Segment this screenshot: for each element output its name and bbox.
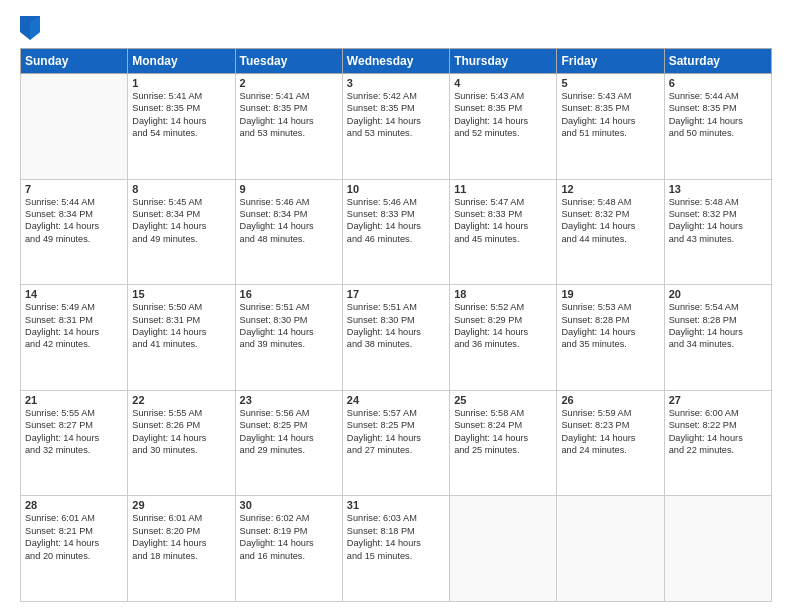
- day-info: Sunrise: 6:03 AM Sunset: 8:18 PM Dayligh…: [347, 512, 445, 562]
- day-info: Sunrise: 5:52 AM Sunset: 8:29 PM Dayligh…: [454, 301, 552, 351]
- day-number: 21: [25, 394, 123, 406]
- day-cell: 21Sunrise: 5:55 AM Sunset: 8:27 PM Dayli…: [21, 390, 128, 496]
- day-cell: 17Sunrise: 5:51 AM Sunset: 8:30 PM Dayli…: [342, 285, 449, 391]
- day-info: Sunrise: 5:46 AM Sunset: 8:33 PM Dayligh…: [347, 196, 445, 246]
- day-cell: 27Sunrise: 6:00 AM Sunset: 8:22 PM Dayli…: [664, 390, 771, 496]
- day-header-friday: Friday: [557, 49, 664, 74]
- day-number: 24: [347, 394, 445, 406]
- day-header-thursday: Thursday: [450, 49, 557, 74]
- day-number: 14: [25, 288, 123, 300]
- day-number: 9: [240, 183, 338, 195]
- day-header-sunday: Sunday: [21, 49, 128, 74]
- week-row-2: 7Sunrise: 5:44 AM Sunset: 8:34 PM Daylig…: [21, 179, 772, 285]
- day-info: Sunrise: 5:51 AM Sunset: 8:30 PM Dayligh…: [240, 301, 338, 351]
- day-cell: 28Sunrise: 6:01 AM Sunset: 8:21 PM Dayli…: [21, 496, 128, 602]
- day-info: Sunrise: 5:53 AM Sunset: 8:28 PM Dayligh…: [561, 301, 659, 351]
- day-cell: 3Sunrise: 5:42 AM Sunset: 8:35 PM Daylig…: [342, 74, 449, 180]
- day-header-wednesday: Wednesday: [342, 49, 449, 74]
- week-row-3: 14Sunrise: 5:49 AM Sunset: 8:31 PM Dayli…: [21, 285, 772, 391]
- day-cell: 23Sunrise: 5:56 AM Sunset: 8:25 PM Dayli…: [235, 390, 342, 496]
- day-info: Sunrise: 5:41 AM Sunset: 8:35 PM Dayligh…: [240, 90, 338, 140]
- day-cell: 7Sunrise: 5:44 AM Sunset: 8:34 PM Daylig…: [21, 179, 128, 285]
- day-cell: 29Sunrise: 6:01 AM Sunset: 8:20 PM Dayli…: [128, 496, 235, 602]
- day-number: 4: [454, 77, 552, 89]
- day-info: Sunrise: 5:44 AM Sunset: 8:35 PM Dayligh…: [669, 90, 767, 140]
- day-number: 8: [132, 183, 230, 195]
- day-number: 27: [669, 394, 767, 406]
- day-info: Sunrise: 5:51 AM Sunset: 8:30 PM Dayligh…: [347, 301, 445, 351]
- day-info: Sunrise: 5:58 AM Sunset: 8:24 PM Dayligh…: [454, 407, 552, 457]
- day-cell: 1Sunrise: 5:41 AM Sunset: 8:35 PM Daylig…: [128, 74, 235, 180]
- day-cell: 10Sunrise: 5:46 AM Sunset: 8:33 PM Dayli…: [342, 179, 449, 285]
- logo: [20, 16, 46, 40]
- day-info: Sunrise: 6:01 AM Sunset: 8:20 PM Dayligh…: [132, 512, 230, 562]
- day-cell: 12Sunrise: 5:48 AM Sunset: 8:32 PM Dayli…: [557, 179, 664, 285]
- day-cell: 8Sunrise: 5:45 AM Sunset: 8:34 PM Daylig…: [128, 179, 235, 285]
- day-cell: 19Sunrise: 5:53 AM Sunset: 8:28 PM Dayli…: [557, 285, 664, 391]
- day-info: Sunrise: 5:50 AM Sunset: 8:31 PM Dayligh…: [132, 301, 230, 351]
- day-info: Sunrise: 5:55 AM Sunset: 8:26 PM Dayligh…: [132, 407, 230, 457]
- day-cell: 22Sunrise: 5:55 AM Sunset: 8:26 PM Dayli…: [128, 390, 235, 496]
- day-number: 11: [454, 183, 552, 195]
- day-info: Sunrise: 5:45 AM Sunset: 8:34 PM Dayligh…: [132, 196, 230, 246]
- day-cell: 26Sunrise: 5:59 AM Sunset: 8:23 PM Dayli…: [557, 390, 664, 496]
- day-cell: 15Sunrise: 5:50 AM Sunset: 8:31 PM Dayli…: [128, 285, 235, 391]
- day-number: 6: [669, 77, 767, 89]
- day-number: 2: [240, 77, 338, 89]
- day-number: 10: [347, 183, 445, 195]
- day-number: 16: [240, 288, 338, 300]
- day-info: Sunrise: 5:55 AM Sunset: 8:27 PM Dayligh…: [25, 407, 123, 457]
- day-info: Sunrise: 5:46 AM Sunset: 8:34 PM Dayligh…: [240, 196, 338, 246]
- day-info: Sunrise: 5:44 AM Sunset: 8:34 PM Dayligh…: [25, 196, 123, 246]
- week-row-1: 1Sunrise: 5:41 AM Sunset: 8:35 PM Daylig…: [21, 74, 772, 180]
- day-cell: 18Sunrise: 5:52 AM Sunset: 8:29 PM Dayli…: [450, 285, 557, 391]
- day-number: 15: [132, 288, 230, 300]
- day-number: 31: [347, 499, 445, 511]
- day-info: Sunrise: 5:42 AM Sunset: 8:35 PM Dayligh…: [347, 90, 445, 140]
- day-info: Sunrise: 5:43 AM Sunset: 8:35 PM Dayligh…: [561, 90, 659, 140]
- logo-icon: [20, 16, 40, 40]
- day-info: Sunrise: 5:47 AM Sunset: 8:33 PM Dayligh…: [454, 196, 552, 246]
- day-info: Sunrise: 5:43 AM Sunset: 8:35 PM Dayligh…: [454, 90, 552, 140]
- day-number: 30: [240, 499, 338, 511]
- week-row-5: 28Sunrise: 6:01 AM Sunset: 8:21 PM Dayli…: [21, 496, 772, 602]
- day-number: 22: [132, 394, 230, 406]
- day-info: Sunrise: 5:48 AM Sunset: 8:32 PM Dayligh…: [561, 196, 659, 246]
- day-header-monday: Monday: [128, 49, 235, 74]
- calendar-table: SundayMondayTuesdayWednesdayThursdayFrid…: [20, 48, 772, 602]
- header-row: SundayMondayTuesdayWednesdayThursdayFrid…: [21, 49, 772, 74]
- day-info: Sunrise: 6:01 AM Sunset: 8:21 PM Dayligh…: [25, 512, 123, 562]
- day-header-saturday: Saturday: [664, 49, 771, 74]
- day-number: 19: [561, 288, 659, 300]
- day-header-tuesday: Tuesday: [235, 49, 342, 74]
- day-info: Sunrise: 5:49 AM Sunset: 8:31 PM Dayligh…: [25, 301, 123, 351]
- day-number: 3: [347, 77, 445, 89]
- day-cell: 2Sunrise: 5:41 AM Sunset: 8:35 PM Daylig…: [235, 74, 342, 180]
- day-cell: [664, 496, 771, 602]
- day-cell: 9Sunrise: 5:46 AM Sunset: 8:34 PM Daylig…: [235, 179, 342, 285]
- day-cell: 25Sunrise: 5:58 AM Sunset: 8:24 PM Dayli…: [450, 390, 557, 496]
- day-number: 17: [347, 288, 445, 300]
- day-number: 7: [25, 183, 123, 195]
- day-cell: [450, 496, 557, 602]
- day-info: Sunrise: 6:00 AM Sunset: 8:22 PM Dayligh…: [669, 407, 767, 457]
- page: SundayMondayTuesdayWednesdayThursdayFrid…: [0, 0, 792, 612]
- header: [20, 16, 772, 40]
- day-number: 5: [561, 77, 659, 89]
- day-cell: 16Sunrise: 5:51 AM Sunset: 8:30 PM Dayli…: [235, 285, 342, 391]
- day-cell: 6Sunrise: 5:44 AM Sunset: 8:35 PM Daylig…: [664, 74, 771, 180]
- day-cell: 24Sunrise: 5:57 AM Sunset: 8:25 PM Dayli…: [342, 390, 449, 496]
- day-info: Sunrise: 5:54 AM Sunset: 8:28 PM Dayligh…: [669, 301, 767, 351]
- day-number: 29: [132, 499, 230, 511]
- day-cell: 30Sunrise: 6:02 AM Sunset: 8:19 PM Dayli…: [235, 496, 342, 602]
- day-info: Sunrise: 5:57 AM Sunset: 8:25 PM Dayligh…: [347, 407, 445, 457]
- day-number: 13: [669, 183, 767, 195]
- day-cell: 31Sunrise: 6:03 AM Sunset: 8:18 PM Dayli…: [342, 496, 449, 602]
- day-number: 12: [561, 183, 659, 195]
- day-cell: 4Sunrise: 5:43 AM Sunset: 8:35 PM Daylig…: [450, 74, 557, 180]
- day-cell: 11Sunrise: 5:47 AM Sunset: 8:33 PM Dayli…: [450, 179, 557, 285]
- day-cell: 20Sunrise: 5:54 AM Sunset: 8:28 PM Dayli…: [664, 285, 771, 391]
- day-number: 23: [240, 394, 338, 406]
- day-info: Sunrise: 5:48 AM Sunset: 8:32 PM Dayligh…: [669, 196, 767, 246]
- day-info: Sunrise: 5:56 AM Sunset: 8:25 PM Dayligh…: [240, 407, 338, 457]
